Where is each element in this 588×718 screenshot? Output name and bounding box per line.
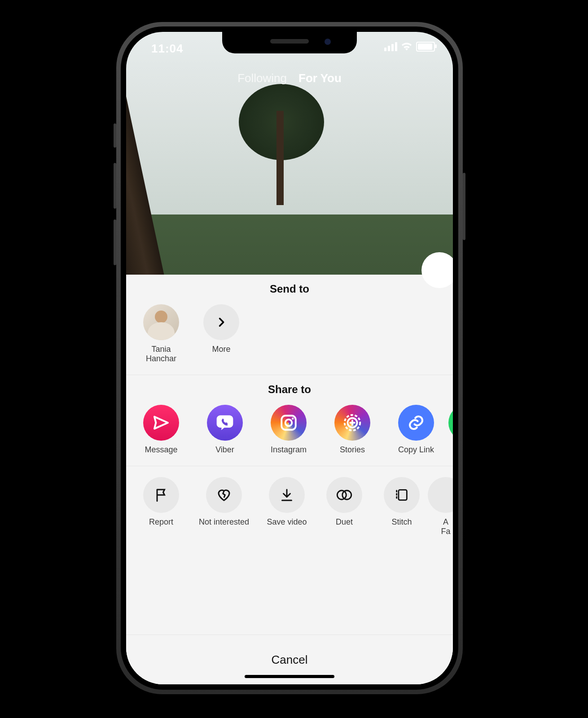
screen: 11:04 Following For You [126,32,453,684]
phone-inner: 11:04 Following For You [121,26,458,690]
viber-icon [207,405,243,441]
feed-tabs: Following For You [126,71,453,85]
action-label: A [443,517,448,527]
instagram-icon [271,405,307,441]
svg-point-2 [292,418,294,420]
stories-icon [334,405,370,441]
tab-for-you[interactable]: For You [298,71,342,85]
actions-row[interactable]: Report Not interested Save [126,466,453,547]
send-to-more[interactable]: More [199,304,244,364]
share-label: Viber [215,445,234,455]
stage: 11:04 Following For You [0,0,588,718]
phone-frame: 11:04 Following For You [116,22,463,694]
svg-rect-0 [281,416,296,430]
svg-point-1 [285,420,292,426]
flag-icon [143,477,179,513]
message-icon [143,405,179,441]
cellular-icon [384,42,397,51]
status-bar: 11:04 [126,39,453,57]
action-not-interested[interactable]: Not interested [196,477,252,537]
broken-heart-icon [206,477,242,513]
avatar [143,304,179,340]
svg-rect-7 [399,490,407,500]
duet-icon [326,477,362,513]
home-indicator[interactable] [245,675,334,678]
send-to-title: Send to [126,275,453,300]
wifi-icon [401,42,412,51]
share-sheet: Send to Tania Hanchar More [126,275,453,684]
contact-name: Tania [151,345,171,355]
side-button [463,173,465,240]
share-to-row[interactable]: Message Viber Instagram [126,400,453,466]
side-button [114,163,116,209]
share-copy-link[interactable]: Copy Link [394,405,439,455]
side-button [114,123,116,148]
share-stories[interactable]: Stories [330,405,375,455]
share-message[interactable]: Message [139,405,184,455]
battery-icon [416,42,435,52]
send-to-row[interactable]: Tania Hanchar More [126,300,453,375]
action-label: Fa [441,527,450,537]
whatsapp-icon [448,405,453,441]
share-label: Copy Link [398,445,434,455]
share-label: Stories [340,445,365,455]
side-button [114,219,116,265]
chevron-right-icon [203,304,239,340]
action-report[interactable]: Report [139,477,184,537]
action-favorite[interactable]: A Fa [437,477,453,537]
status-time: 11:04 [151,42,184,56]
share-label: Instagram [271,445,307,455]
action-label: Not interested [199,517,249,527]
share-instagram[interactable]: Instagram [266,405,311,455]
more-label: More [212,345,230,355]
action-button-peek [421,252,453,288]
svg-point-5 [337,490,346,499]
stitch-icon [384,477,420,513]
action-label: Stitch [391,517,412,527]
action-label: Report [149,517,173,527]
action-save-video[interactable]: Save video [264,477,309,537]
action-stitch[interactable]: Stitch [379,477,424,537]
link-icon [398,405,434,441]
action-label: Save video [267,517,307,527]
contact-name: Hanchar [146,354,176,364]
share-label: Message [145,445,177,455]
action-duet[interactable]: Duet [322,477,367,537]
share-to-title: Share to [126,375,453,400]
share-viber[interactable]: Viber [202,405,247,455]
send-to-contact[interactable]: Tania Hanchar [139,304,184,364]
favorite-icon [428,477,453,513]
action-label: Duet [336,517,353,527]
svg-point-6 [342,490,351,499]
download-icon [269,477,305,513]
tab-following[interactable]: Following [237,71,287,85]
